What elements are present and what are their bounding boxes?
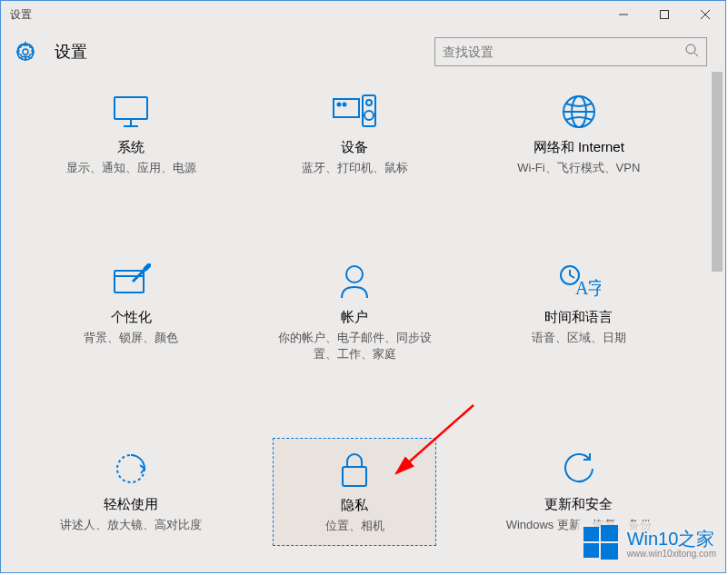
tile-accounts[interactable]: 帐户 你的帐户、电子邮件、同步设置、工作、家庭 [273, 251, 436, 373]
search-input[interactable] [443, 45, 684, 59]
ease-icon [53, 449, 209, 489]
maximize-button[interactable] [643, 1, 684, 28]
watermark: Win10之家 www.win10xitong.com [578, 521, 720, 567]
svg-rect-1 [660, 11, 668, 19]
update-icon [501, 449, 657, 489]
tile-system[interactable]: 系统 显示、通知、应用、电源 [49, 81, 213, 187]
display-icon [53, 92, 209, 132]
tile-privacy[interactable]: 隐私 位置、相机 [273, 438, 436, 546]
page-title: 设置 [55, 41, 87, 63]
tile-desc: 蓝牙、打印机、鼠标 [276, 160, 433, 176]
svg-point-6 [686, 45, 695, 54]
globe-icon [501, 92, 657, 132]
tile-title: 帐户 [276, 309, 433, 326]
watermark-url: www.win10xitong.com [627, 550, 716, 559]
tile-network[interactable]: 网络和 Internet Wi-Fi、飞行模式、VPN [497, 81, 661, 187]
tile-title: 系统 [53, 139, 209, 156]
tile-title: 时间和语言 [501, 309, 657, 326]
svg-line-7 [694, 53, 698, 56]
scrollbar[interactable] [710, 72, 724, 571]
user-icon [276, 262, 433, 302]
time-language-icon: A字 [501, 262, 657, 302]
tile-desc: 讲述人、放大镜、高对比度 [53, 517, 209, 533]
svg-rect-29 [583, 527, 599, 541]
svg-line-25 [570, 275, 574, 278]
windows-logo-icon [582, 523, 620, 565]
tile-time-language[interactable]: A字 时间和语言 语音、区域、日期 [497, 251, 661, 373]
devices-icon [276, 92, 433, 132]
lock-icon [277, 450, 432, 490]
search-icon [684, 43, 699, 61]
tile-title: 隐私 [277, 497, 432, 514]
svg-rect-31 [583, 543, 599, 558]
close-button[interactable] [684, 1, 725, 28]
svg-rect-30 [601, 525, 618, 541]
tile-title: 更新和安全 [501, 496, 657, 513]
tile-title: 个性化 [53, 309, 209, 326]
svg-point-22 [346, 266, 363, 283]
tile-desc: 显示、通知、应用、电源 [53, 160, 209, 176]
tile-title: 网络和 Internet [501, 139, 657, 156]
tile-desc: Wi-Fi、飞行模式、VPN [501, 160, 657, 176]
svg-point-16 [364, 111, 374, 120]
svg-point-15 [366, 100, 372, 105]
svg-point-13 [344, 104, 346, 106]
tile-personalization[interactable]: 个性化 背景、锁屏、颜色 [49, 251, 213, 373]
minimize-button[interactable] [603, 1, 643, 28]
svg-point-12 [338, 104, 341, 106]
tile-desc: 你的帐户、电子邮件、同步设置、工作、家庭 [276, 330, 433, 362]
svg-rect-27 [343, 467, 366, 486]
watermark-title: Win10之家 [627, 530, 716, 548]
tile-title: 轻松使用 [53, 496, 209, 513]
window-title: 设置 [10, 7, 32, 23]
tile-desc: 背景、锁屏、颜色 [53, 330, 209, 346]
svg-rect-11 [334, 99, 359, 117]
search-box[interactable] [434, 37, 707, 66]
tile-title: 设备 [276, 139, 433, 156]
svg-point-4 [23, 49, 28, 55]
gear-icon [15, 41, 36, 63]
tile-ease-of-access[interactable]: 轻松使用 讲述人、放大镜、高对比度 [49, 438, 213, 546]
tile-devices[interactable]: 设备 蓝牙、打印机、鼠标 [273, 81, 436, 187]
personalization-icon [53, 262, 209, 302]
svg-rect-32 [601, 543, 618, 560]
scrollbar-thumb[interactable] [712, 72, 723, 272]
tile-desc: 语音、区域、日期 [501, 330, 657, 346]
tile-desc: 位置、相机 [277, 518, 432, 534]
svg-rect-8 [115, 97, 147, 119]
titlebar: 设置 [1, 1, 725, 28]
svg-text:A字: A字 [575, 278, 601, 298]
